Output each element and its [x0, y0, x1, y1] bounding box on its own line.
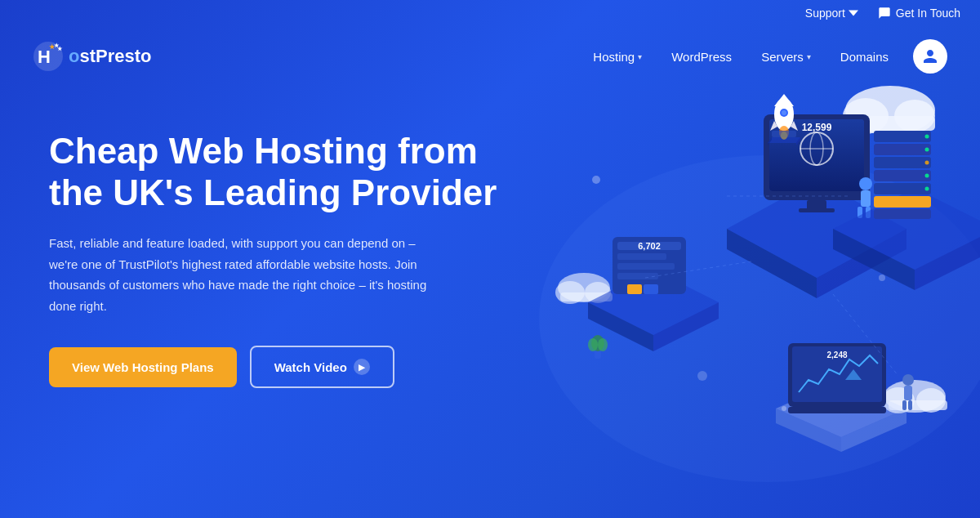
logo-text: ostPresto: [69, 46, 152, 67]
svg-rect-44: [644, 284, 658, 294]
hero-illustration: 12,599 6,702: [441, 33, 980, 507]
logo[interactable]: H ★ ★ ★ ostPresto: [33, 41, 152, 72]
svg-point-55: [925, 135, 929, 139]
svg-rect-41: [617, 273, 658, 279]
svg-rect-50: [874, 157, 931, 168]
support-label: Support: [805, 7, 845, 20]
logo-icon: H ★ ★ ★: [33, 41, 64, 72]
svg-text:★: ★: [57, 46, 63, 51]
svg-point-30: [859, 177, 872, 190]
svg-rect-82: [902, 400, 906, 410]
svg-rect-29: [799, 208, 835, 212]
get-in-touch-link[interactable]: Get In Touch: [878, 7, 960, 20]
chat-icon: [878, 7, 891, 20]
svg-text:2,248: 2,248: [826, 351, 847, 359]
svg-rect-81: [904, 386, 912, 400]
svg-point-56: [925, 148, 929, 152]
svg-rect-39: [617, 253, 666, 260]
hero-title: Cheap Web Hosting from the UK's Leading …: [49, 131, 497, 213]
nav-domains[interactable]: Domains: [829, 43, 900, 70]
svg-point-63: [782, 110, 786, 115]
svg-rect-53: [874, 196, 931, 208]
svg-point-90: [782, 406, 786, 411]
contact-label: Get In Touch: [896, 7, 960, 20]
nav-wordpress[interactable]: WordPress: [660, 43, 743, 70]
svg-point-80: [902, 374, 914, 386]
hosting-chevron-icon: ▾: [638, 52, 642, 61]
support-chevron-icon: [849, 8, 858, 18]
svg-rect-68: [772, 131, 796, 137]
svg-point-89: [697, 371, 707, 381]
svg-text:6,702: 6,702: [638, 241, 661, 251]
svg-marker-69: [768, 137, 800, 143]
svg-rect-40: [617, 263, 675, 270]
svg-point-57: [925, 161, 929, 165]
user-account-button[interactable]: [913, 39, 947, 74]
user-icon: [922, 48, 938, 65]
nav-hosting[interactable]: Hosting ▾: [581, 43, 653, 70]
svg-rect-43: [627, 284, 642, 294]
svg-marker-61: [774, 94, 794, 106]
hero-section: Cheap Web Hosting from the UK's Leading …: [49, 131, 497, 388]
svg-rect-31: [861, 190, 871, 207]
support-menu[interactable]: Support: [805, 7, 858, 20]
svg-point-88: [879, 275, 885, 281]
play-icon: ▶: [354, 359, 370, 375]
svg-point-87: [592, 176, 600, 184]
watch-video-button[interactable]: Watch Video ▶: [250, 346, 394, 388]
svg-rect-52: [874, 183, 931, 194]
svg-point-94: [598, 338, 608, 351]
view-hosting-plans-button[interactable]: View Web Hosting Plans: [49, 347, 237, 387]
svg-rect-48: [874, 131, 931, 142]
servers-chevron-icon: ▾: [807, 52, 811, 61]
svg-point-93: [588, 338, 598, 351]
top-utility-bar: Support Get In Touch: [786, 0, 980, 26]
hero-description: Fast, reliable and feature loaded, with …: [49, 233, 441, 316]
svg-rect-83: [908, 400, 912, 410]
hero-buttons: View Web Hosting Plans Watch Video ▶: [49, 346, 497, 388]
logo-star-icon: H ★ ★ ★: [33, 41, 64, 72]
svg-text:12,599: 12,599: [802, 122, 832, 133]
svg-rect-79: [788, 407, 886, 413]
main-navbar: H ★ ★ ★ ostPresto Hosting ▾ WordPress Se…: [0, 29, 980, 83]
svg-rect-49: [874, 144, 931, 155]
svg-rect-51: [874, 170, 931, 181]
illustration-svg: 12,599 6,702: [441, 33, 980, 507]
nav-links: Hosting ▾ WordPress Servers ▾ Domains: [581, 39, 947, 74]
nav-servers[interactable]: Servers ▾: [750, 43, 822, 70]
svg-point-58: [925, 174, 929, 178]
svg-point-59: [925, 187, 929, 191]
svg-rect-54: [874, 209, 931, 219]
